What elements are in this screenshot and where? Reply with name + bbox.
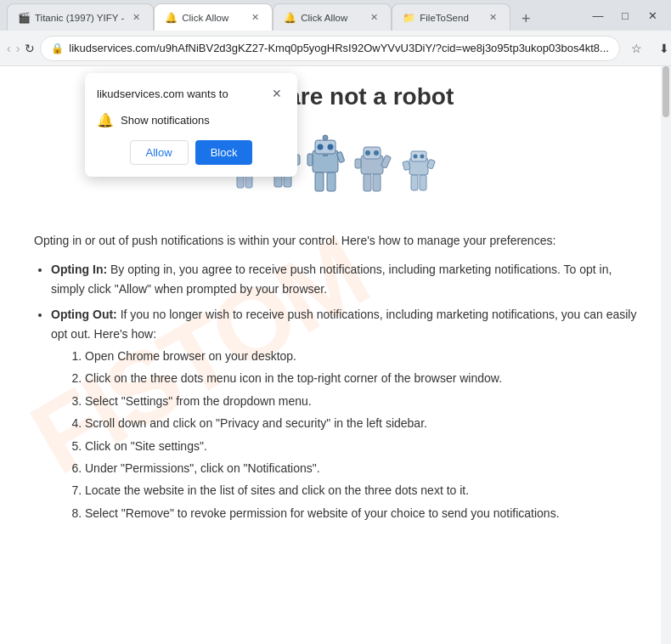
tab-close-titanic[interactable]: ✕ — [129, 11, 143, 25]
opting-in-text: By opting in, you agree to receive push … — [51, 263, 612, 295]
step-1: Open Chrome browser on your desktop. — [85, 347, 637, 365]
step-4: Scroll down and click on "Privacy and se… — [85, 414, 637, 432]
svg-point-25 — [323, 135, 328, 140]
popup-close-button[interactable]: ✕ — [268, 85, 285, 102]
step-8: Select "Remove" to revoke permission for… — [85, 504, 637, 523]
tab-favicon-filetosend: 📁 — [403, 12, 414, 24]
content-area: likudservices.com wants to ✕ 🔔 Show noti… — [0, 66, 671, 644]
step-5: Click on "Site settings". — [85, 437, 637, 455]
svg-point-18 — [318, 144, 324, 150]
tab-close-allow1[interactable]: ✕ — [248, 11, 262, 25]
svg-rect-30 — [355, 159, 361, 168]
popup-buttons: Allow Block — [97, 140, 285, 165]
step-3: Select "Settings" from the dropdown menu… — [85, 392, 637, 410]
steps-list: Open Chrome browser on your desktop. Cli… — [85, 347, 637, 523]
address-bar: ‹ › ↻ 🔒 likudservices.com/u9hAfNiBV2d3gK… — [0, 31, 671, 66]
url-actions: ☆ ⬇ 👤 ⋮ — [625, 37, 671, 60]
block-button[interactable]: Block — [195, 140, 253, 165]
step-6: Under "Permissions", click on "Notificat… — [85, 459, 637, 477]
popup-option-label: Show notifications — [121, 114, 210, 127]
close-button[interactable]: ✕ — [640, 3, 664, 27]
window-controls: — □ ✕ — [586, 3, 664, 27]
svg-rect-24 — [327, 172, 336, 191]
tab-favicon-allow1: 🔔 — [165, 12, 177, 24]
opting-in-term: Opting In: — [51, 263, 107, 276]
bell-icon: 🔔 — [97, 112, 114, 128]
tab-click-allow-1[interactable]: 🔔 Click Allow ✕ — [154, 3, 273, 31]
url-text: likudservices.com/u9hAfNiBV2d3gKZ27-Kmq0… — [69, 42, 609, 54]
svg-rect-40 — [411, 175, 418, 190]
tab-favicon-allow2: 🔔 — [284, 12, 296, 24]
svg-point-36 — [414, 155, 418, 159]
minimize-button[interactable]: — — [586, 3, 610, 27]
allow-button[interactable]: Allow — [130, 140, 189, 165]
svg-point-19 — [328, 144, 334, 150]
tab-click-allow-2[interactable]: 🔔 Click Allow ✕ — [273, 3, 392, 31]
bookmark-button[interactable]: ☆ — [625, 37, 649, 60]
download-button[interactable]: ⬇ — [652, 37, 671, 60]
svg-rect-23 — [315, 172, 324, 191]
svg-rect-32 — [364, 174, 371, 191]
tab-title-allow1: Click Allow — [182, 13, 243, 23]
svg-rect-41 — [420, 175, 426, 190]
reload-button[interactable]: ↻ — [25, 37, 35, 60]
svg-point-28 — [365, 150, 370, 155]
popup-notification-row: 🔔 Show notifications — [97, 112, 285, 128]
opting-out-term: Opting Out: — [51, 308, 117, 321]
scrollbar[interactable] — [661, 66, 671, 644]
step-2: Click on the three dots menu icon in the… — [85, 369, 637, 387]
list-item-opting-in: Opting In: By opting in, you agree to re… — [51, 260, 637, 298]
svg-point-37 — [420, 155, 425, 159]
tab-favicon-titanic: 🎬 — [18, 12, 30, 24]
svg-rect-33 — [373, 174, 381, 191]
maximize-button[interactable]: □ — [613, 3, 637, 27]
title-bar: 🎬 Titanic (1997) YIFY - ✕ 🔔 Click Allow … — [0, 0, 671, 31]
new-tab-button[interactable]: + — [514, 7, 538, 31]
popup-title: likudservices.com wants to — [97, 88, 228, 100]
tab-title-titanic: Titanic (1997) YIFY - — [35, 13, 124, 23]
browser-window: 🎬 Titanic (1997) YIFY - ✕ 🔔 Click Allow … — [0, 0, 671, 644]
intro-text: Opting in or out of push notifications i… — [34, 231, 637, 250]
forward-button[interactable]: › — [16, 37, 20, 60]
tab-filetosend[interactable]: 📁 FileToSend ✕ — [392, 3, 510, 31]
tab-title-filetosend: FileToSend — [420, 13, 481, 23]
back-button[interactable]: ‹ — [7, 37, 11, 60]
svg-rect-21 — [307, 154, 313, 166]
scrollbar-thumb[interactable] — [663, 66, 669, 117]
body-list: Opting In: By opting in, you agree to re… — [51, 260, 637, 523]
tab-titanic[interactable]: 🎬 Titanic (1997) YIFY - ✕ — [7, 3, 154, 31]
popup-header: likudservices.com wants to ✕ — [97, 85, 285, 102]
url-bar[interactable]: 🔒 likudservices.com/u9hAfNiBV2d3gKZ27-Km… — [40, 36, 620, 61]
tab-close-filetosend[interactable]: ✕ — [486, 11, 499, 25]
step-7: Locate the website in the list of sites … — [85, 481, 637, 500]
tab-title-allow2: Click Allow — [301, 13, 362, 23]
url-security-icon: 🔒 — [51, 42, 64, 54]
opting-out-text: If you no longer wish to receive push no… — [51, 308, 636, 340]
tab-close-allow2[interactable]: ✕ — [367, 11, 381, 25]
tab-group: 🎬 Titanic (1997) YIFY - ✕ 🔔 Click Allow … — [7, 0, 576, 31]
svg-point-29 — [374, 150, 379, 155]
list-item-opting-out: Opting Out: If you no longer wish to rec… — [51, 305, 637, 523]
notification-popup: likudservices.com wants to ✕ 🔔 Show noti… — [85, 73, 297, 177]
